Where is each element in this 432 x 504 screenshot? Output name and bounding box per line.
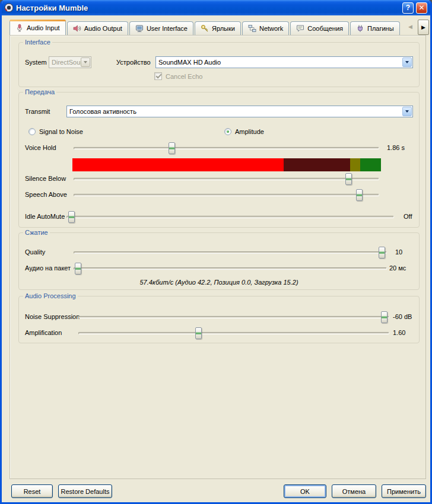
silence-below-slider-thumb[interactable] [345, 173, 352, 185]
noise-suppression-label: Noise Suppression [25, 313, 80, 321]
tab-audio-input[interactable]: Audio Input [9, 20, 66, 35]
noise-suppression-slider[interactable] [78, 316, 389, 318]
tab-label: Ярлыки [212, 25, 235, 32]
voice-hold-slider[interactable] [74, 147, 379, 149]
audio-level-meter [72, 158, 381, 171]
tab-bar: Audio Input Audio Output User Interface … [9, 20, 401, 35]
plug-icon [356, 24, 364, 33]
help-button[interactable]: ? [402, 2, 414, 14]
quality-label: Quality [25, 248, 45, 256]
system-label: System [25, 59, 47, 66]
quality-value: 10 [395, 248, 402, 256]
interface-group: Interface System DirectSound Устройство … [18, 42, 420, 87]
signal-to-noise-radio[interactable] [28, 128, 36, 135]
compression-group: Сжатие Quality 10 Аудио на пакет 20 мс 5… [18, 232, 420, 290]
audio-processing-group: Audio Processing Noise Suppression -60 d… [18, 296, 420, 343]
amplification-slider-thumb[interactable] [195, 327, 202, 339]
signal-to-noise-label: Signal to Noise [39, 128, 83, 136]
voice-hold-slider-thumb[interactable] [169, 142, 175, 154]
right-arrow-icon: ▶ [421, 24, 425, 30]
dropdown-button[interactable] [402, 58, 412, 67]
audio-per-packet-label: Аудио на пакет [25, 264, 71, 272]
device-label: Устройство [116, 59, 151, 66]
tab-shortcuts[interactable]: Ярлыки [195, 21, 241, 35]
silence-below-slider[interactable] [74, 178, 379, 180]
tab-label: Audio Output [84, 25, 122, 32]
speech-bubble-icon [296, 24, 304, 33]
tab-scroll-left-button: ◀ [408, 24, 412, 30]
quality-slider[interactable] [74, 251, 387, 254]
dropdown-button [81, 58, 90, 67]
speech-above-slider-thumb[interactable] [356, 189, 363, 201]
quality-slider-thumb[interactable] [379, 247, 385, 259]
close-button[interactable]: ✕ [416, 2, 427, 14]
system-combobox: DirectSound [49, 56, 91, 68]
amplitude-label: Amplitude [235, 128, 264, 136]
transmission-group-title: Передача [23, 88, 56, 95]
tab-label: User Interface [147, 25, 188, 32]
amplification-value: 1.60 [393, 329, 405, 337]
meter-segment [350, 158, 360, 171]
reset-button[interactable]: Reset [11, 484, 53, 498]
tab-label: Audio Input [27, 24, 60, 31]
silence-below-label: Silence Below [25, 175, 66, 183]
microphone-icon [15, 24, 24, 32]
audio-per-packet-slider[interactable] [74, 267, 387, 270]
tab-user-interface[interactable]: User Interface [129, 21, 193, 35]
speech-above-slider[interactable] [74, 194, 379, 196]
idle-automute-label: Idle AutoMute [25, 213, 65, 221]
cancel-echo-label: Cancel Echo [166, 73, 202, 81]
compression-group-title: Сжатие [23, 229, 50, 236]
chevron-down-icon [84, 61, 87, 63]
chevron-down-icon [405, 110, 409, 113]
speaker-icon [73, 24, 81, 33]
mumble-settings-window: Настройки Mumble ? ✕ Audio Input Audio O… [0, 0, 432, 504]
idle-automute-value: Off [404, 213, 412, 221]
amplitude-radio[interactable] [224, 128, 231, 135]
tab-label: Сообщения [307, 25, 343, 32]
meter-segment [284, 158, 350, 171]
device-combobox-value: SoundMAX HD Audio [158, 59, 221, 66]
ok-button[interactable]: OK [284, 484, 326, 498]
audio-per-packet-slider-thumb[interactable] [75, 263, 81, 275]
tab-plugins[interactable]: Плагины [350, 21, 400, 35]
voice-hold-value: 1.86 s [387, 144, 405, 152]
audio-processing-group-title: Audio Processing [23, 292, 78, 299]
tab-scroll-right-button[interactable]: ▶ [418, 20, 429, 35]
bitrate-info: 57.4кбит/с (Аудио 42.2, Позиция 0.0, Заг… [19, 279, 419, 286]
meter-segment [360, 158, 381, 171]
transmit-combobox-value: Голосовая активность [69, 108, 136, 115]
noise-suppression-value: -60 dB [393, 313, 412, 321]
key-icon [201, 24, 209, 33]
transmit-combobox[interactable]: Голосовая активность [66, 106, 413, 117]
restore-defaults-button[interactable]: Restore Defaults [58, 484, 112, 498]
window-title: Настройки Mumble [16, 4, 88, 12]
mumble-icon [4, 3, 14, 12]
tab-label: Плагины [367, 25, 394, 32]
transmit-label: Transmit [25, 108, 50, 116]
cancel-button[interactable]: Отмена [332, 484, 376, 498]
cancel-echo-checkbox [154, 72, 162, 80]
device-combobox[interactable]: SoundMAX HD Audio [155, 56, 413, 68]
apply-button[interactable]: Применить [382, 484, 426, 498]
noise-suppression-slider-thumb[interactable] [381, 311, 387, 323]
meter-segment [72, 158, 284, 171]
tab-label: Network [259, 25, 283, 32]
network-icon [248, 24, 256, 33]
idle-automute-slider-thumb[interactable] [68, 211, 75, 223]
amplification-slider[interactable] [78, 332, 389, 334]
audio-per-packet-value: 20 мс [389, 264, 406, 272]
monitor-icon [135, 24, 144, 33]
tab-messages[interactable]: Сообщения [290, 21, 349, 35]
chevron-down-icon [405, 61, 409, 63]
voice-hold-label: Voice Hold [25, 144, 56, 152]
idle-automute-slider[interactable] [66, 216, 394, 218]
interface-group-title: Interface [23, 39, 52, 46]
tab-audio-output[interactable]: Audio Output [67, 21, 128, 35]
amplification-label: Amplification [25, 329, 62, 337]
speech-above-label: Speech Above [25, 191, 67, 199]
tab-network[interactable]: Network [242, 21, 289, 35]
dropdown-button[interactable] [402, 107, 412, 116]
title-bar[interactable]: Настройки Mumble ? ✕ [2, 0, 430, 15]
transmission-group: Передача Transmit Голосовая активность S… [18, 92, 420, 228]
